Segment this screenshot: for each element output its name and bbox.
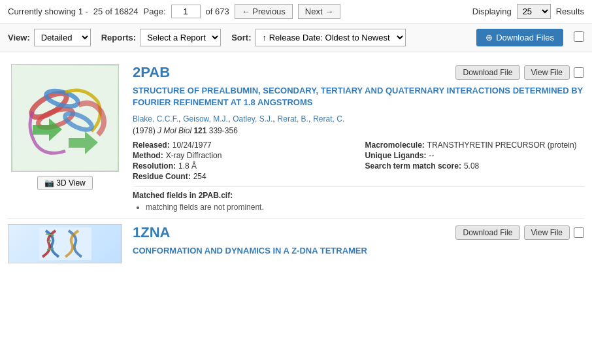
sort-label: Sort: [231,33,251,42]
protein-image [11,64,119,172]
showing-range: 25 of 16824 [93,7,139,16]
resolution-label: Resolution: [133,161,176,171]
sort-group: Sort: ↑ Release Date: Oldest to Newest ↓… [231,29,405,46]
result-header-partial: 1ZNA Download File View File [133,224,584,241]
result-content-partial: 1ZNA Download File View File CONFORMATIO… [133,224,584,263]
sort-select[interactable]: ↑ Release Date: Oldest to Newest ↓ Relea… [255,29,406,46]
view-label: View: [8,33,30,42]
author-link[interactable]: Rerat, B. [278,114,308,124]
method-label: Method: [133,151,163,160]
result-authors: Blake, C.C.F., Geisow, M.J., Oatley, S.J… [133,114,584,124]
view-group: View: Detailed Compact Table [8,29,91,46]
download-files-label: Download Files [496,33,554,42]
meta-unique-ligands: Unique Ligands: -- [365,151,585,160]
next-button[interactable]: Next → [298,4,340,19]
author-link[interactable]: Geisow, M.J. [183,114,228,124]
result-citation: (1978) J Mol Biol 121 339-356 [133,126,584,135]
result-title-link[interactable]: STRUCTURE OF PREALBUMIN, SECONDARY, TERT… [133,85,584,108]
macromolecule-label: Macromolecule: [365,141,425,150]
author-link[interactable]: Blake, C.C.F. [133,114,178,124]
per-page-select[interactable]: 25 10 50 100 [517,4,551,19]
unique-ligands-label: Unique Ligands: [365,151,427,160]
download-file-button[interactable]: Download File [455,65,519,80]
view-file-button[interactable]: View File [524,65,570,80]
matched-fields-title: Matched fields in 2PAB.cif: [133,191,584,200]
reports-group: Reports: Select a Report [101,29,221,46]
citation-journal: J Mol Biol [157,126,191,135]
matched-fields: Matched fields in 2PAB.cif: matching fie… [133,186,584,212]
meta-resolution: Resolution: 1.8 Å [133,161,352,171]
page-label: Page: [144,7,166,16]
residue-count-label: Residue Count: [133,172,191,181]
results-container: 📷 3D View 2PAB Download File View File S… [0,52,592,274]
result-image-col-partial [8,224,122,263]
top-pagination-bar: Currently showing 1 - 25 of 16824 Page: … [0,0,592,24]
of-total: of 673 [206,7,229,16]
camera-icon: 📷 [44,178,54,188]
prev-button[interactable]: ← Previous [235,4,293,19]
author-link[interactable]: Rerat, C. [313,114,344,124]
result-content-col: 2PAB Download File View File STRUCTURE O… [133,64,584,212]
author-link[interactable]: Oatley, S.J. [233,114,272,124]
select-all-checkbox[interactable] [574,31,584,42]
controls-bar: View: Detailed Compact Table Reports: Se… [0,24,592,52]
meta-method: Method: X-ray Diffraction [133,151,352,160]
download-file-button-2[interactable]: Download File [455,225,519,240]
dna-structure-svg [39,227,91,260]
meta-residue-count: Residue Count: 254 [133,172,352,181]
page-input[interactable] [171,5,201,18]
meta-released: Released: 10/24/1977 [133,141,352,150]
meta-search-term: Search term match score: 5.08 [365,161,585,171]
result-id-link-2[interactable]: 1ZNA [133,224,170,241]
view-select[interactable]: Detailed Compact Table [34,29,91,46]
result-title-link-2[interactable]: CONFORMATION AND DYNAMICS IN A Z-DNA TET… [133,245,584,257]
meta-macromolecule: Macromolecule: TRANSTHYRETIN PRECURSOR (… [365,141,585,150]
method-value: X-ray Diffraction [166,151,222,160]
protein-structure-svg [13,66,118,171]
search-term-value: 5.08 [464,161,479,171]
result-actions-partial: Download File View File [455,225,584,240]
download-icon: ⊕ [485,33,493,42]
residue-count-value: 254 [193,172,206,181]
showing-label: Currently showing 1 - [8,7,88,16]
select-all-checkbox-container [574,31,584,44]
view-3d-label: 3D View [56,178,85,188]
result-entry: 📷 3D View 2PAB Download File View File S… [8,58,584,219]
reports-select[interactable]: Select a Report [140,29,221,46]
citation-volume: 121 [193,126,206,135]
result-id-link[interactable]: 2PAB [133,64,170,81]
download-files-button[interactable]: ⊕ Download Files [476,29,563,46]
result-header: 2PAB Download File View File [133,64,584,81]
view-3d-button[interactable]: 📷 3D View [37,176,92,190]
search-term-label: Search term match score: [365,161,461,171]
citation-pages: 339-356 [209,126,238,135]
result-entry: 1ZNA Download File View File CONFORMATIO… [8,219,584,269]
macromolecule-value: TRANSTHYRETIN PRECURSOR (protein) [427,141,577,150]
result-actions: Download File View File [455,65,584,80]
unique-ligands-value: -- [429,151,435,160]
result-checkbox-2[interactable] [574,227,584,238]
citation-year: (1978) [133,126,156,135]
view-file-button-2[interactable]: View File [524,225,570,240]
results-label: Results [556,7,584,16]
reports-label: Reports: [101,33,136,42]
result-meta: Released: 10/24/1977 Macromolecule: TRAN… [133,141,584,181]
result-image-col: 📷 3D View [8,64,122,212]
protein-image-partial [8,224,122,263]
released-value: 10/24/1977 [173,141,212,150]
resolution-value: 1.8 Å [178,161,197,171]
matched-fields-note: matching fields are not prominent. [146,203,584,212]
released-label: Released: [133,141,170,150]
displaying-label: Displaying [472,7,512,16]
result-checkbox[interactable] [574,67,584,78]
matched-fields-list: matching fields are not prominent. [146,203,584,212]
